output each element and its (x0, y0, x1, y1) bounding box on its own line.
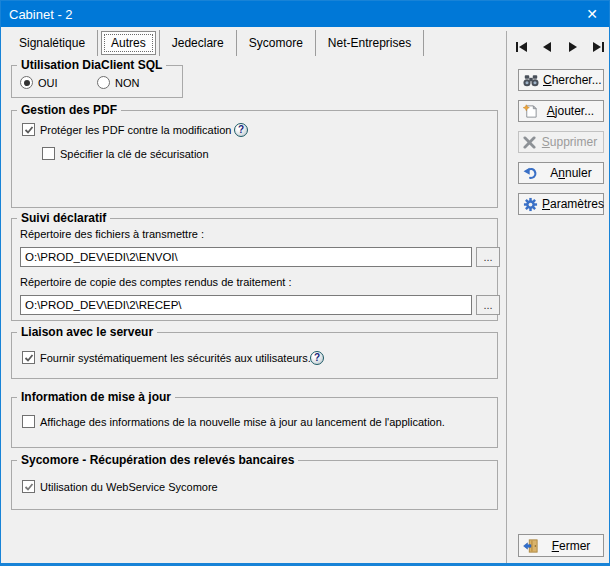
checkbox-label: Protéger les PDF contre la modification (40, 124, 231, 136)
security-users-checkbox[interactable]: Fournir systématiquement les sécurités a… (22, 351, 311, 364)
tab-separator (423, 30, 424, 56)
checkbox-label: Utilisation du WebService Sycomore (40, 481, 218, 493)
security-key-checkbox[interactable]: Spécifier la clé de sécurisation (42, 147, 209, 160)
transmit-dir-input[interactable] (20, 247, 472, 267)
window-title: Cabinet - 2 (1, 7, 73, 22)
group-title: Liaison avec le serveur (17, 325, 157, 339)
button-label: Supprimer (540, 135, 599, 149)
radio-label: NON (115, 77, 139, 89)
checkbox-label: Spécifier la clé de sécurisation (60, 148, 209, 160)
group-liaison-serveur: Liaison avec le serveur Fournir systémat… (11, 332, 498, 379)
group-suivi-declaratif: Suivi déclaratif Répertoire des fichiers… (11, 218, 498, 321)
tab-net-entreprises[interactable]: Net-Entreprises (316, 30, 423, 56)
new-document-icon (523, 104, 538, 119)
help-icon[interactable]: ? (234, 123, 248, 137)
panel-divider (506, 31, 507, 563)
button-label: Paramètres (542, 197, 604, 211)
transmit-dir-label: Répertoire des fichiers à transmettre : (20, 228, 204, 240)
checkbox-unchecked-icon (42, 147, 55, 160)
record-navigation (515, 40, 605, 54)
checkbox-unchecked-icon (22, 415, 35, 428)
checkbox-checked-icon (22, 123, 35, 136)
checkbox-label: Fournir systématiquement les sécurités a… (40, 352, 311, 364)
group-title: Sycomore - Récupération des relevés banc… (17, 453, 298, 467)
binoculars-icon (523, 74, 539, 87)
next-record-icon[interactable] (566, 41, 580, 53)
radio-circle (20, 76, 33, 89)
checkbox-checked-icon (22, 480, 35, 493)
door-exit-icon (523, 539, 539, 553)
group-mise-a-jour: Information de mise à jour Affichage des… (11, 397, 498, 448)
group-title: Utilisation DiaClient SQL (17, 58, 166, 72)
radio-dot (24, 80, 30, 86)
button-label: Chercher... (543, 73, 602, 87)
help-icon[interactable]: ? (310, 351, 324, 365)
parametres-button[interactable]: Paramètres (518, 193, 604, 215)
group-title: Gestion des PDF (17, 103, 121, 117)
supprimer-button: Supprimer (518, 131, 604, 153)
group-gestion-pdf: Gestion des PDF Protéger les PDF contre … (11, 110, 498, 208)
checkbox-checked-icon (22, 351, 35, 364)
button-label: Ajouter... (542, 104, 599, 118)
webservice-sycomore-checkbox[interactable]: Utilisation du WebService Sycomore (22, 480, 218, 493)
tab-sycomore[interactable]: Sycomore (237, 30, 315, 56)
browse-transmit-button[interactable]: ... (476, 247, 500, 267)
group-diaclient-sql: Utilisation DiaClient SQL OUI NON (11, 65, 183, 98)
protect-pdf-checkbox[interactable]: Protéger les PDF contre la modification (22, 123, 231, 136)
gear-icon (523, 197, 538, 212)
last-record-icon[interactable] (591, 41, 605, 53)
radio-oui[interactable]: OUI (20, 76, 58, 89)
tab-jedeclare[interactable]: Jedeclare (160, 30, 236, 56)
copy-dir-label: Répertoire de copie des comptes rendus d… (20, 276, 291, 288)
undo-arrow-icon (523, 166, 539, 180)
group-sycomore-releves: Sycomore - Récupération des relevés banc… (11, 460, 498, 510)
radio-circle (97, 76, 110, 89)
checkbox-label: Affichage des informations de la nouvell… (40, 416, 445, 428)
radio-label: OUI (38, 77, 58, 89)
group-title: Suivi déclaratif (17, 211, 110, 225)
copy-dir-input[interactable] (20, 295, 472, 315)
close-icon[interactable]: ✕ (575, 1, 609, 27)
group-title: Information de mise à jour (17, 390, 175, 404)
cabinet-dialog: Cabinet - 2 ✕ Signalétique Autres Jedecl… (0, 0, 610, 566)
tab-autres[interactable]: Autres (101, 31, 156, 55)
tab-separator (97, 30, 98, 56)
tab-signaletique[interactable]: Signalétique (7, 30, 97, 56)
title-bar[interactable]: Cabinet - 2 ✕ (1, 1, 609, 27)
button-label: Annuler (543, 166, 599, 180)
browse-copy-button[interactable]: ... (476, 295, 500, 315)
annuler-button[interactable]: Annuler (518, 162, 604, 184)
fermer-button[interactable]: Fermer (518, 534, 604, 557)
previous-record-icon[interactable] (540, 41, 554, 53)
delete-x-icon (523, 136, 536, 149)
chercher-button[interactable]: Chercher... (518, 69, 604, 91)
ajouter-button[interactable]: Ajouter... (518, 100, 604, 122)
radio-non[interactable]: NON (97, 76, 139, 89)
first-record-icon[interactable] (515, 41, 529, 53)
update-info-checkbox[interactable]: Affichage des informations de la nouvell… (22, 415, 445, 428)
button-label: Fermer (543, 539, 599, 553)
